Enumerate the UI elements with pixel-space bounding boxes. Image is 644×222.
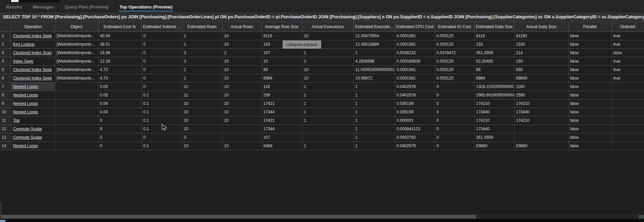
cell-actual-data-size[interactable]: 174210	[514, 116, 568, 125]
cell-estimated-executio[interactable]: 1	[353, 108, 395, 116]
cell-estimated-io-cost[interactable]: 0	[435, 99, 474, 108]
cell-actual-rows[interactable]: 10	[222, 108, 261, 116]
cell-estimated-executio[interactable]: 1	[353, 133, 395, 142]
operation-link[interactable]: Clustered Index Seek	[13, 34, 52, 38]
row-number[interactable]: 4	[0, 57, 11, 66]
cell-estimated-cost[interactable]: 0.04	[98, 108, 141, 116]
cell-actual-rows[interactable]: 10	[222, 57, 261, 66]
cell-estimated-data-size[interactable]: 174210	[474, 116, 514, 125]
operation-cell[interactable]: Clustered Index Scan	[11, 49, 55, 57]
cell-actual-data-size[interactable]: 2590	[514, 91, 568, 99]
cell-estimated-rows[interactable]: 10	[182, 99, 222, 108]
tab-results[interactable]: Results	[6, 3, 22, 12]
cell-average-row-size[interactable]: 259	[261, 91, 302, 99]
operation-link[interactable]: Index Seek	[13, 59, 33, 64]
cell-estimated-data-size[interactable]: 85	[474, 66, 514, 74]
column-header-object[interactable]: Object	[55, 22, 98, 32]
cell-estimated-io-cost[interactable]: 0	[435, 125, 474, 133]
operation-cell[interactable]: Nested Loops	[11, 108, 55, 116]
cell-object[interactable]	[55, 99, 98, 108]
row-number[interactable]: 9	[0, 99, 11, 108]
cell-actual-data-size[interactable]: 150	[514, 57, 568, 66]
cell-estimated-subtree[interactable]: 0	[141, 66, 182, 74]
cell-estimated-subtree[interactable]: 0	[141, 49, 182, 57]
row-number[interactable]: 3	[0, 49, 11, 57]
cell-actual-executions[interactable]: 10	[302, 74, 353, 83]
cell-actual-rows[interactable]: 10	[222, 83, 261, 91]
operation-link[interactable]: Top	[13, 118, 20, 123]
cell-actual-executions[interactable]: 1	[302, 142, 353, 150]
operation-link[interactable]: Nested Loops	[13, 101, 38, 106]
cell-estimated-cost[interactable]: 0	[98, 142, 141, 150]
cell-estimated-subtree[interactable]: 0.1	[141, 99, 182, 108]
cell-estimated-io-cost[interactable]: 0	[435, 133, 474, 142]
cell-actual-rows[interactable]	[222, 133, 261, 142]
cell-estimated-executio[interactable]: 1	[353, 125, 395, 133]
operation-link[interactable]: Compute Scalar	[13, 127, 42, 131]
cell-estimated-cost[interactable]: 0.05	[98, 91, 141, 99]
horizontal-scrollbar-thumb[interactable]	[0, 215, 476, 219]
cell-actual-data-size[interactable]: 850	[514, 66, 568, 74]
cell-actual-data-size[interactable]: 89840	[514, 74, 568, 83]
cell-estimated-subtree[interactable]: 0.1	[141, 91, 182, 99]
cell-estimated-rows[interactable]: 10	[182, 142, 222, 150]
cell-estimated-rows[interactable]: 3	[182, 133, 222, 142]
cell-estimated-executio[interactable]: 1	[353, 91, 395, 99]
cell-object[interactable]	[55, 125, 98, 133]
cell-estimated-data-size[interactable]: 173440	[474, 108, 514, 116]
cell-estimated-rows[interactable]: 1	[182, 74, 222, 83]
cell-average-row-size[interactable]: 17344	[261, 108, 302, 116]
cell-ordered[interactable]: true	[612, 32, 644, 40]
cell-estimated-rows[interactable]: 1	[182, 32, 222, 40]
tab-top-operations-preview[interactable]: Top Operations (Preview)	[119, 3, 173, 12]
row-number[interactable]: 11	[0, 116, 11, 125]
operation-cell[interactable]: Key Lookup	[11, 40, 55, 49]
cell-estimated-rows[interactable]: 1	[182, 66, 222, 74]
cell-estimated-cpu-cost[interactable]: 0.035159	[395, 99, 435, 108]
cell-estimated-subtree[interactable]: 0.1	[141, 108, 182, 116]
cell-parallel[interactable]: false	[568, 116, 612, 125]
column-header-ordered[interactable]: Ordered	[612, 22, 644, 32]
cell-estimated-cost[interactable]: 38.51	[98, 40, 141, 49]
cell-object[interactable]	[55, 142, 98, 150]
row-number[interactable]: 7	[0, 83, 11, 91]
cell-estimated-subtree[interactable]: 0	[141, 133, 182, 142]
cell-estimated-executio[interactable]: 1	[353, 49, 395, 57]
row-number[interactable]: 13	[0, 133, 11, 142]
cell-estimated-cpu-cost[interactable]: 0.0001581	[395, 74, 435, 83]
cell-estimated-cost[interactable]: 0.05	[98, 83, 141, 91]
operation-cell[interactable]: Compute Scalar	[11, 133, 55, 142]
cell-ordered[interactable]	[612, 99, 644, 108]
cell-actual-executions[interactable]: 1	[302, 49, 353, 57]
column-header-estimated-io-cost[interactable]: Estimated IO Cost	[435, 22, 474, 32]
cell-object[interactable]	[55, 91, 98, 99]
operation-link[interactable]: Clustered Index Seek	[13, 67, 52, 72]
row-number[interactable]: 6	[0, 74, 11, 83]
cell-ordered[interactable]: true	[612, 57, 644, 66]
cell-estimated-data-size[interactable]: 1328.2232000000001	[474, 83, 514, 91]
cell-object[interactable]: [WideWorldImporte...	[55, 57, 98, 66]
cell-average-row-size[interactable]: 8368	[261, 142, 302, 150]
column-header-estimated-cost[interactable]: Estimated Cost %	[98, 22, 141, 32]
cell-estimated-data-size[interactable]: 8984	[474, 74, 514, 83]
operation-link[interactable]: Clustered Index Scan	[13, 50, 52, 55]
cell-estimated-cost[interactable]: 15.36	[98, 49, 141, 57]
row-number[interactable]: 5	[0, 66, 11, 74]
cell-actual-data-size[interactable]	[514, 125, 568, 133]
cell-estimated-rows[interactable]: 11	[182, 83, 222, 91]
cell-estimated-executio[interactable]: 11.000910000000001	[353, 66, 395, 74]
cell-ordered[interactable]	[612, 108, 644, 116]
cell-actual-data-size[interactable]: 1160	[514, 83, 568, 91]
cell-estimated-data-size[interactable]: 351.3559	[474, 133, 514, 142]
cell-estimated-io-cost[interactable]: 0.003125	[435, 32, 474, 40]
cell-actual-rows[interactable]: 10	[222, 40, 261, 49]
cell-actual-data-size[interactable]: 173440	[514, 108, 568, 116]
cell-ordered[interactable]	[612, 125, 644, 133]
cell-average-row-size[interactable]: 116	[261, 83, 302, 91]
operation-cell[interactable]: Nested Loops	[11, 91, 55, 99]
cell-actual-rows[interactable]: 10	[222, 91, 261, 99]
cell-object[interactable]: [WideWorldImporte...	[55, 40, 98, 49]
cell-parallel[interactable]: false	[568, 133, 612, 142]
operation-cell[interactable]: Clustered Index Seek	[11, 32, 55, 40]
cell-actual-executions[interactable]: 10	[302, 66, 353, 74]
